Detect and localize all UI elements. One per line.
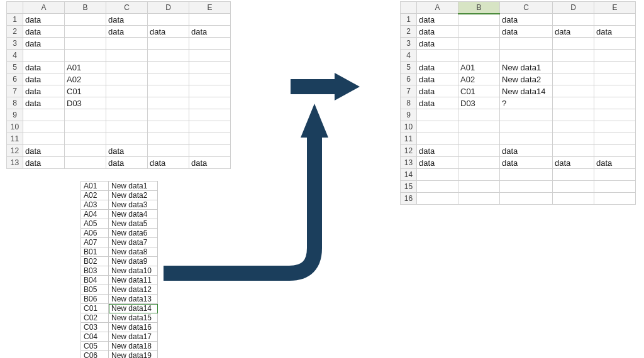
lookup-value[interactable]: New data1 (109, 182, 158, 191)
row-header[interactable]: 12 (401, 145, 417, 157)
cell[interactable] (417, 109, 458, 121)
lookup-value[interactable]: New data11 (109, 276, 158, 285)
cell[interactable] (458, 50, 500, 62)
lookup-key[interactable]: B01 (81, 247, 109, 257)
cell[interactable] (500, 38, 553, 50)
cell[interactable]: data (500, 26, 553, 38)
cell[interactable] (189, 38, 231, 50)
cell[interactable] (500, 133, 553, 145)
cell[interactable] (65, 14, 106, 26)
lookup-value[interactable]: New data13 (109, 295, 158, 304)
cell[interactable] (148, 50, 189, 62)
lookup-value[interactable]: New data10 (109, 266, 158, 276)
row-header[interactable]: 8 (7, 97, 23, 109)
lookup-value[interactable]: New data17 (109, 332, 158, 342)
cell[interactable] (553, 109, 594, 121)
cell[interactable]: A01 (458, 62, 500, 73)
row-header[interactable]: 7 (401, 85, 417, 97)
cell[interactable] (417, 169, 458, 181)
cell[interactable] (106, 73, 148, 85)
cell[interactable] (458, 38, 500, 50)
lookup-value[interactable]: New data19 (109, 351, 158, 359)
cell[interactable] (458, 193, 500, 205)
cell[interactable]: data (594, 157, 636, 169)
cell[interactable] (417, 121, 458, 133)
cell[interactable]: data (417, 145, 458, 157)
cell[interactable]: A01 (65, 62, 106, 73)
row-header[interactable]: 3 (401, 38, 417, 50)
cell[interactable] (553, 73, 594, 85)
row-header[interactable]: 4 (401, 50, 417, 62)
cell[interactable]: data (106, 145, 148, 157)
col-header[interactable]: B (458, 2, 500, 14)
cell[interactable] (594, 181, 636, 193)
row-header[interactable]: 6 (401, 73, 417, 85)
lookup-key[interactable]: A05 (81, 219, 109, 229)
cell[interactable] (594, 14, 636, 26)
lookup-value[interactable]: New data14 (109, 304, 158, 313)
cell[interactable] (65, 121, 106, 133)
row-header[interactable]: 2 (7, 26, 23, 38)
cell[interactable]: data (500, 157, 553, 169)
cell[interactable] (417, 133, 458, 145)
cell[interactable]: New data14 (500, 85, 553, 97)
lookup-value[interactable]: New data3 (109, 200, 158, 210)
col-header[interactable]: E (189, 2, 231, 14)
cell[interactable] (65, 133, 106, 145)
cell[interactable] (594, 109, 636, 121)
row-header[interactable]: 7 (7, 85, 23, 97)
cell[interactable]: data (553, 26, 594, 38)
cell[interactable] (417, 181, 458, 193)
lookup-key[interactable]: B06 (81, 295, 109, 304)
cell[interactable] (458, 26, 500, 38)
cell[interactable] (594, 50, 636, 62)
cell[interactable] (23, 121, 65, 133)
lookup-value[interactable]: New data16 (109, 323, 158, 332)
row-header[interactable]: 1 (7, 14, 23, 26)
row-header[interactable]: 14 (401, 169, 417, 181)
cell[interactable]: data (23, 85, 65, 97)
cell[interactable]: data (417, 85, 458, 97)
cell[interactable] (148, 38, 189, 50)
cell[interactable]: data (23, 73, 65, 85)
cell[interactable] (553, 145, 594, 157)
cell[interactable] (106, 38, 148, 50)
cell[interactable] (553, 38, 594, 50)
lookup-value[interactable]: New data15 (109, 313, 158, 323)
cell[interactable] (65, 145, 106, 157)
row-header[interactable]: 9 (401, 109, 417, 121)
cell[interactable]: data (417, 97, 458, 109)
cell[interactable] (553, 14, 594, 26)
cell[interactable] (23, 50, 65, 62)
lookup-value[interactable]: New data6 (109, 229, 158, 238)
col-header[interactable]: C (106, 2, 148, 14)
row-header[interactable]: 8 (401, 97, 417, 109)
cell[interactable]: data (23, 145, 65, 157)
cell[interactable] (500, 169, 553, 181)
cell[interactable] (500, 121, 553, 133)
lookup-key[interactable]: C06 (81, 351, 109, 359)
cell[interactable]: D03 (458, 97, 500, 109)
cell[interactable] (500, 193, 553, 205)
lookup-key[interactable]: C03 (81, 323, 109, 332)
row-header[interactable]: 13 (401, 157, 417, 169)
cell[interactable]: data (417, 62, 458, 73)
lookup-key[interactable]: A03 (81, 200, 109, 210)
cell[interactable] (458, 133, 500, 145)
cell[interactable] (458, 181, 500, 193)
cell[interactable]: data (417, 157, 458, 169)
row-header[interactable]: 2 (401, 26, 417, 38)
cell[interactable]: New data1 (500, 62, 553, 73)
lookup-key[interactable]: C01 (81, 304, 109, 313)
cell[interactable] (417, 50, 458, 62)
cell[interactable] (553, 169, 594, 181)
cell[interactable]: A02 (458, 73, 500, 85)
row-header[interactable]: 13 (7, 157, 23, 169)
row-header[interactable]: 3 (7, 38, 23, 50)
lookup-key[interactable]: A07 (81, 238, 109, 247)
lookup-key[interactable]: A02 (81, 191, 109, 200)
cell[interactable] (553, 85, 594, 97)
selectall-corner[interactable] (401, 2, 417, 14)
cell[interactable] (553, 133, 594, 145)
cell[interactable] (500, 109, 553, 121)
